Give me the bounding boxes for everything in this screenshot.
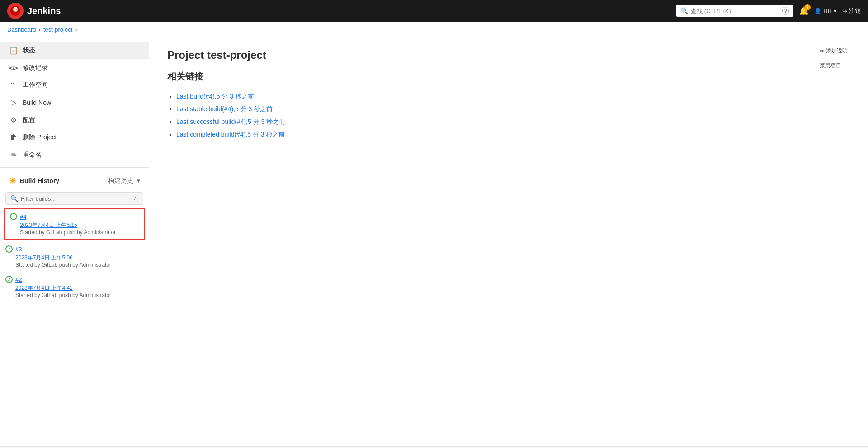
- sidebar-divider: [0, 167, 149, 168]
- filter-input[interactable]: [21, 195, 129, 202]
- breadcrumb-sep-1: ›: [39, 26, 41, 33]
- delete-icon: 🗑: [9, 133, 18, 141]
- build-number-3[interactable]: #3: [15, 246, 22, 253]
- related-links-title: 相关链接: [167, 71, 796, 83]
- header: Jenkins 🔍 ? 🔔 1 👤 HH ▾ ↪ 注销: [0, 0, 868, 22]
- sidebar-item-configure[interactable]: ⚙ 配置: [0, 111, 149, 129]
- svg-point-5: [16, 9, 17, 10]
- build-history-chevron[interactable]: ▾: [137, 178, 140, 184]
- user-menu[interactable]: 👤 HH ▾: [814, 8, 837, 14]
- sidebar-item-status-label: 状态: [23, 47, 35, 55]
- add-desc-label: 添加说明: [826, 47, 848, 55]
- notifications-button[interactable]: 🔔 1: [799, 6, 809, 16]
- last-stable-build-link[interactable]: Last stable build(#4),5 分 3 秒之前: [176, 105, 273, 113]
- header-icons: 🔔 1 👤 HH ▾ ↪ 注销: [799, 6, 861, 16]
- header-title: Jenkins: [27, 6, 61, 16]
- build-item-4[interactable]: ✓ #4 2023年7月4日 上午5:15 Started by GitLab …: [4, 208, 145, 240]
- rename-icon: ✏: [9, 151, 18, 159]
- sidebar-item-workspace-label: 工作空间: [23, 81, 48, 89]
- configure-icon: ⚙: [9, 116, 18, 124]
- build-number-2[interactable]: #2: [15, 276, 22, 283]
- sidebar-item-delete-label: 删除 Project: [23, 133, 57, 141]
- filter-bar[interactable]: 🔍 /: [5, 192, 143, 205]
- search-input[interactable]: [691, 8, 779, 14]
- breadcrumb-dashboard[interactable]: Dashboard: [7, 26, 36, 33]
- build-desc-2: Started by GitLab push by Administrator: [15, 292, 143, 298]
- chevron-down-icon: ▾: [834, 8, 837, 14]
- related-links-list: Last build(#4),5 分 3 秒之前 Last stable bui…: [167, 90, 796, 141]
- notification-badge: 1: [804, 4, 811, 10]
- logout-icon: ↪: [842, 8, 847, 14]
- sidebar-item-delete[interactable]: 🗑 删除 Project: [0, 129, 149, 146]
- build-status-3-icon: ✓: [5, 245, 13, 253]
- sidebar-item-changes-label: 修改记录: [23, 64, 48, 72]
- breadcrumb-project[interactable]: test-project: [43, 26, 72, 33]
- build-item-4-header: ✓ #4: [10, 213, 139, 220]
- user-label: HH: [823, 8, 832, 14]
- edit-icon: ✏: [820, 48, 824, 54]
- build-status-2-icon: ✓: [5, 276, 13, 283]
- disable-project-button[interactable]: 禁用项目: [818, 60, 864, 71]
- list-item: Last build(#4),5 分 3 秒之前: [176, 90, 796, 103]
- filter-search-icon: 🔍: [10, 195, 18, 202]
- sidebar-item-changes[interactable]: </> 修改记录: [0, 59, 149, 76]
- sun-icon: ☀: [9, 176, 16, 186]
- build-history-header: ☀ Build History 构建历史 ▾: [0, 171, 149, 190]
- last-completed-build-link[interactable]: Last completed build(#4),5 分 3 秒之前: [176, 131, 285, 138]
- workspace-icon: 🗂: [9, 81, 18, 89]
- sidebar-item-configure-label: 配置: [23, 116, 35, 124]
- sidebar-item-rename-label: 重命名: [23, 151, 42, 159]
- search-icon: 🔍: [680, 7, 688, 14]
- build-item-2-header: ✓ #2: [5, 276, 143, 283]
- add-description-button[interactable]: ✏ 添加说明: [818, 45, 864, 57]
- changes-icon: </>: [9, 65, 18, 71]
- page-title: Project test-project: [167, 49, 796, 61]
- sidebar-item-rename[interactable]: ✏ 重命名: [0, 146, 149, 164]
- build-date-2[interactable]: 2023年7月4日 上午4:41: [15, 284, 143, 292]
- sidebar-item-build-now-label: Build Now: [23, 99, 51, 106]
- build-history-title: Build History: [20, 177, 104, 184]
- help-icon[interactable]: ?: [782, 7, 789, 15]
- last-successful-build-link[interactable]: Last successful build(#4),5 分 3 秒之前: [176, 118, 285, 125]
- list-item: Last completed build(#4),5 分 3 秒之前: [176, 128, 796, 141]
- build-status-success-icon: ✓: [10, 213, 17, 220]
- filter-slash-shortcut: /: [132, 195, 138, 202]
- footer: CSDN @18岁程序员想打职业。: [0, 446, 868, 448]
- build-desc-3: Started by GitLab push by Administrator: [15, 262, 143, 268]
- jenkins-logo: Jenkins: [7, 3, 61, 19]
- build-number-4[interactable]: #4: [20, 213, 26, 220]
- layout: 📋 状态 </> 修改记录 🗂 工作空间 ▷ Build Now ⚙ 配置 🗑 …: [0, 38, 868, 446]
- svg-point-3: [14, 9, 14, 10]
- build-date-3[interactable]: 2023年7月4日 上午5:06: [15, 254, 143, 262]
- status-icon: 📋: [9, 46, 18, 55]
- sidebar-item-workspace[interactable]: 🗂 工作空间: [0, 76, 149, 94]
- last-build-link[interactable]: Last build(#4),5 分 3 秒之前: [176, 93, 254, 100]
- breadcrumb-sep-2: ›: [75, 26, 77, 33]
- logout-button[interactable]: ↪ 注销: [842, 7, 861, 15]
- build-item-3-header: ✓ #3: [5, 245, 143, 253]
- breadcrumb: Dashboard › test-project ›: [0, 22, 868, 38]
- build-desc-4: Started by GitLab push by Administrator: [20, 229, 139, 236]
- sidebar-item-build-now[interactable]: ▷ Build Now: [0, 94, 149, 111]
- logout-label: 注销: [849, 7, 861, 15]
- build-history-cn-title: 构建历史: [108, 177, 133, 185]
- user-icon: 👤: [814, 8, 821, 14]
- right-panel: ✏ 添加说明 禁用项目: [814, 38, 868, 446]
- build-date-4[interactable]: 2023年7月4日 上午5:15: [20, 222, 139, 229]
- build-now-icon: ▷: [9, 98, 18, 107]
- build-item-2[interactable]: ✓ #2 2023年7月4日 上午4:41 Started by GitLab …: [0, 272, 149, 302]
- list-item: Last stable build(#4),5 分 3 秒之前: [176, 103, 796, 115]
- disable-label: 禁用项目: [820, 62, 841, 70]
- build-item-3[interactable]: ✓ #3 2023年7月4日 上午5:06 Started by GitLab …: [0, 242, 149, 272]
- main-content: Project test-project 相关链接 Last build(#4)…: [149, 38, 814, 446]
- list-item: Last successful build(#4),5 分 3 秒之前: [176, 115, 796, 128]
- search-box[interactable]: 🔍 ?: [676, 5, 793, 17]
- jenkins-logo-icon: [7, 3, 24, 19]
- sidebar: 📋 状态 </> 修改记录 🗂 工作空间 ▷ Build Now ⚙ 配置 🗑 …: [0, 38, 149, 446]
- sidebar-item-status[interactable]: 📋 状态: [0, 42, 149, 59]
